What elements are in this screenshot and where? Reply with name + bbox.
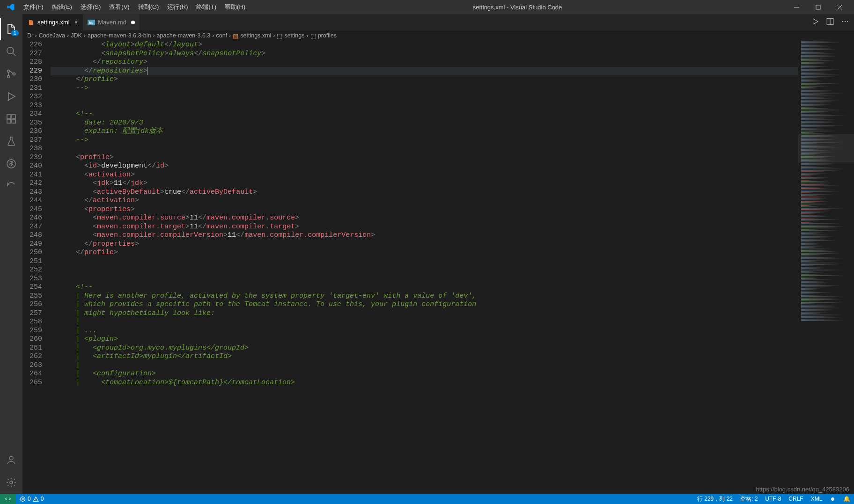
status-eol[interactable]: CRLF [785,496,807,502]
status-bar: 0 0 行 229，列 22 空格: 2 UTF-8 CRLF XML ☻ 🔔 [0,494,854,504]
svg-rect-7 [7,115,11,118]
activity-settings[interactable] [0,471,22,494]
chevron-right-icon: › [67,32,69,39]
xml-file-icon [27,19,35,26]
svg-point-17 [842,21,843,22]
svg-point-18 [845,21,846,22]
svg-point-12 [9,456,13,460]
chevron-right-icon: › [307,32,309,39]
menu-file[interactable]: 文件(F) [20,1,47,13]
svg-rect-9 [12,119,15,123]
tab-maven-md[interactable]: M↓ Maven.md [83,14,140,30]
xml-file-icon: ▧ [233,32,238,39]
title-bar: 文件(F) 编辑(E) 选择(S) 查看(V) 转到(G) 运行(R) 终端(T… [0,0,854,14]
breadcrumb-item[interactable]: CodeJava [39,32,65,39]
svg-point-13 [10,481,13,484]
tab-label: Maven.md [98,19,126,26]
status-indentation[interactable]: 空格: 2 [736,495,761,503]
activity-account[interactable] [0,449,22,471]
activity-scm[interactable] [0,63,22,85]
svg-rect-1 [816,5,820,9]
minimap-viewport[interactable] [798,134,854,162]
svg-point-6 [8,100,9,101]
window-controls [786,0,850,14]
svg-rect-0 [794,7,799,7]
notifications-icon[interactable]: 🔔 [839,496,854,502]
markdown-file-icon: M↓ [88,19,95,26]
activity-refresh-icon[interactable] [0,175,22,197]
svg-rect-8 [7,119,11,123]
activity-monetization-icon[interactable] [0,153,22,175]
chevron-right-icon: › [273,32,275,39]
status-language[interactable]: XML [807,496,826,502]
minimap[interactable] [798,41,854,494]
activity-explorer[interactable]: 1 [0,18,22,40]
status-encoding[interactable]: UTF-8 [761,496,785,502]
error-count: 0 [28,496,31,502]
activity-badge: 1 [11,30,19,36]
tabs-bar: settings.xml × M↓ Maven.md [0,14,854,30]
minimize-button[interactable] [786,0,807,14]
menu-help[interactable]: 帮助(H) [221,1,249,13]
menu-run[interactable]: 运行(R) [163,1,191,13]
chevron-right-icon: › [229,32,231,39]
breadcrumb-item[interactable]: apache-maven-3.6.3 [157,32,211,39]
activity-run-debug[interactable] [0,85,22,108]
breadcrumb-item[interactable]: ⬚ profiles [310,32,337,39]
split-editor-icon[interactable] [826,17,834,27]
status-cursor-position[interactable]: 行 229，列 22 [693,495,736,503]
svg-point-3 [7,70,10,73]
chevron-right-icon: › [84,32,86,39]
menu-go[interactable]: 转到(G) [134,1,163,13]
editor-area: 2262272282292302312322332342352362372382… [22,41,854,494]
svg-text:M↓: M↓ [89,21,93,24]
window-title: settings.xml - Visual Studio Code [249,4,786,11]
warning-count: 0 [41,496,44,502]
menu-edit[interactable]: 编辑(E) [48,1,76,13]
close-icon[interactable]: × [74,19,78,26]
dirty-indicator-icon [131,21,135,24]
activity-extensions[interactable] [0,108,22,130]
menu-bar: 文件(F) 编辑(E) 选择(S) 查看(V) 转到(G) 运行(R) 终端(T… [20,1,249,13]
chevron-right-icon: › [35,32,37,39]
close-button[interactable] [829,0,850,14]
more-actions-icon[interactable] [841,17,849,27]
run-icon[interactable] [811,17,819,27]
remote-indicator[interactable] [0,494,16,504]
maximize-button[interactable] [807,0,829,14]
menu-terminal[interactable]: 终端(T) [192,1,220,13]
line-number-gutter: 2262272282292302312322332342352362372382… [22,41,51,494]
breadcrumb-item[interactable]: D: [27,32,33,39]
watermark-text: https://blog.csdn.net/qq_42583206 [756,486,850,493]
tab-actions [811,14,854,30]
menu-select[interactable]: 选择(S) [77,1,104,13]
svg-point-19 [847,21,848,22]
chevron-right-icon: › [153,32,155,39]
tag-icon: ⬚ [310,32,316,39]
breadcrumb-item[interactable]: JDK [71,32,82,39]
activity-search[interactable] [0,40,22,63]
breadcrumb-item[interactable]: conf [216,32,227,39]
tab-label: settings.xml [37,19,70,26]
tab-settings-xml[interactable]: settings.xml × [22,14,83,30]
breadcrumb-item[interactable]: apache-maven-3.6.3-bin [88,32,151,39]
code-editor[interactable]: <layout>default</layout> <snapshotPolicy… [51,41,798,494]
tag-icon: ⬚ [277,32,282,39]
svg-point-4 [7,76,10,78]
activity-bar: 1 [0,14,22,494]
svg-rect-10 [12,115,15,118]
breadcrumb-item[interactable]: ⬚ settings [277,32,304,39]
svg-point-5 [13,73,15,75]
feedback-icon[interactable]: ☻ [826,496,839,502]
svg-point-2 [7,47,14,54]
breadcrumb-item[interactable]: ▧ settings.xml [233,32,271,39]
chevron-right-icon: › [212,32,214,39]
vscode-logo-icon [4,3,18,11]
activity-flask-icon[interactable] [0,130,22,153]
menu-view[interactable]: 查看(V) [105,1,133,13]
status-errors[interactable]: 0 0 [16,496,47,502]
breadcrumbs[interactable]: D: › CodeJava › JDK › apache-maven-3.6.3… [0,30,854,41]
